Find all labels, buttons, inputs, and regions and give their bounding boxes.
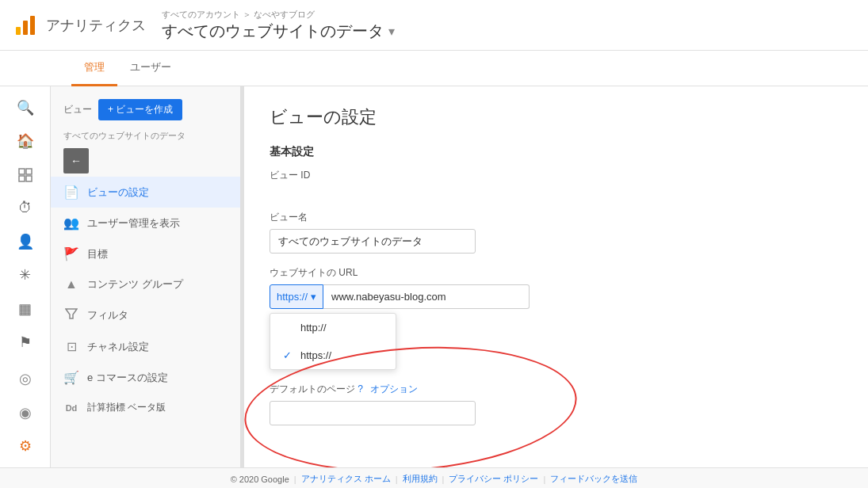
- footer-link-terms[interactable]: 利用規約: [403, 473, 438, 485]
- channel-settings-icon: ⊡: [63, 339, 79, 354]
- nav-item-content-groups[interactable]: ▲ コンテンツ グループ: [51, 269, 240, 299]
- url-field-container: https:// ▾ http:// ✓ https://: [270, 284, 843, 309]
- header-right: すべてのアカウント ＞ なべやすブログ すべてのウェブサイトのデータ ▾: [162, 9, 395, 42]
- svg-marker-7: [66, 309, 77, 318]
- nav-item-channel-settings[interactable]: ⊡ チャネル設定: [51, 331, 240, 362]
- goals-icon: 🚩: [63, 246, 79, 261]
- http-check-icon: [283, 322, 294, 334]
- nav-unknown1[interactable]: ◎: [6, 364, 44, 394]
- default-page-section: デフォルトのページ ? オプション: [270, 383, 843, 425]
- nav-item-content-groups-label: コンテンツ グループ: [87, 277, 183, 292]
- nav-behavior[interactable]: ▦: [6, 294, 44, 324]
- view-name-label: ビュー名: [270, 211, 843, 224]
- svg-rect-5: [19, 176, 25, 181]
- https-check-icon: ✓: [283, 349, 294, 361]
- user-management-icon: 👥: [63, 215, 79, 231]
- tab-user[interactable]: ユーザー: [117, 51, 184, 86]
- page-title: ビューの設定: [270, 105, 843, 129]
- back-button[interactable]: ←: [63, 148, 89, 173]
- svg-rect-3: [19, 169, 25, 174]
- url-input-row: https:// ▾: [270, 284, 843, 309]
- nav-search[interactable]: 🔍: [6, 93, 44, 123]
- basic-settings-heading: 基本設定: [270, 145, 843, 159]
- secondary-nav-header: ビュー + ビューを作成: [51, 96, 240, 127]
- nav-dashboard[interactable]: [6, 160, 44, 190]
- svg-rect-0: [16, 27, 21, 35]
- dashboard-icon: [17, 167, 33, 183]
- ecommerce-icon: 🛒: [63, 370, 79, 385]
- filters-icon: [63, 307, 79, 323]
- section-label: すべてのウェブサイトのデータ: [51, 127, 240, 145]
- protocol-select[interactable]: https:// ▾: [270, 284, 323, 309]
- nav-item-user-management[interactable]: 👥 ユーザー管理を表示: [51, 208, 240, 238]
- tab-admin[interactable]: 管理: [71, 51, 117, 86]
- copyright: © 2020 Google: [231, 475, 289, 484]
- tabs: 管理 ユーザー: [0, 51, 868, 86]
- svg-rect-4: [26, 169, 32, 174]
- nav-home[interactable]: 🏠: [6, 126, 44, 156]
- header-title-text: すべてのウェブサイトのデータ: [162, 21, 384, 42]
- content-groups-icon: ▲: [63, 277, 79, 292]
- website-url-label: ウェブサイトの URL: [270, 266, 843, 280]
- nav-realtime[interactable]: ⏱: [6, 193, 44, 223]
- svg-rect-2: [30, 16, 35, 35]
- view-id-label: ビュー ID: [270, 169, 843, 182]
- view-label: ビュー: [63, 103, 92, 116]
- calculated-metrics-icon: Dd: [63, 403, 79, 413]
- nav-item-calculated-metrics[interactable]: Dd 計算指標 ベータ版: [51, 393, 240, 422]
- footer: © 2020 Google | アナリティクス ホーム | 利用規約 | プライ…: [0, 467, 868, 488]
- protocol-value: https://: [277, 291, 308, 303]
- nav-item-goals[interactable]: 🚩 目標: [51, 238, 240, 269]
- dropdown-item-http[interactable]: http://: [270, 314, 396, 341]
- nav-unknown2[interactable]: ◉: [6, 397, 44, 427]
- default-page-input[interactable]: [270, 401, 476, 425]
- nav-conversions[interactable]: ⚑: [6, 327, 44, 357]
- nav-item-user-management-label: ユーザー管理を表示: [87, 216, 180, 231]
- filter-svg-icon: [65, 307, 78, 320]
- nav-item-view-settings-label: ビューの設定: [87, 185, 149, 200]
- dropdown-item-https[interactable]: ✓ https://: [270, 341, 396, 369]
- nav-item-channel-settings-label: チャネル設定: [87, 340, 149, 354]
- analytics-logo-icon: [13, 13, 38, 38]
- header-title: すべてのウェブサイトのデータ ▾: [162, 21, 395, 42]
- nav-item-filters-label: フィルタ: [87, 308, 128, 322]
- default-page-question-link[interactable]: ?: [358, 383, 363, 395]
- url-input[interactable]: [323, 284, 530, 309]
- nav-admin[interactable]: ⚙: [6, 431, 44, 461]
- nav-acquisition[interactable]: ✳: [6, 260, 44, 290]
- nav-item-ecommerce-label: e コマースの設定: [87, 371, 168, 385]
- logo-area: アナリティクス: [13, 13, 146, 38]
- header: アナリティクス すべてのアカウント ＞ なべやすブログ すべてのウェブサイトのデ…: [0, 0, 868, 51]
- nav-item-goals-label: 目標: [87, 247, 108, 261]
- protocol-dropdown: http:// ✓ https://: [270, 313, 396, 370]
- https-option-label: https://: [300, 349, 331, 361]
- create-view-button[interactable]: + ビューを作成: [98, 99, 182, 120]
- icon-nav: 🔍 🏠 ⏱ 👤 ✳ ▦ ⚑ ◎ ◉ ⚙: [0, 86, 51, 467]
- footer-link-privacy[interactable]: プライバシー ポリシー: [449, 473, 538, 485]
- view-name-input[interactable]: [270, 229, 476, 254]
- secondary-nav: ビュー + ビューを作成 すべてのウェブサイトのデータ ← 📄 ビューの設定 👥…: [51, 86, 241, 467]
- default-page-option-link[interactable]: オプション: [370, 383, 418, 395]
- protocol-chevron-icon: ▾: [311, 291, 316, 303]
- nav-item-filters[interactable]: フィルタ: [51, 299, 240, 331]
- nav-item-calculated-metrics-label: 計算指標 ベータ版: [87, 401, 166, 414]
- footer-link-home[interactable]: アナリティクス ホーム: [301, 473, 391, 485]
- http-option-label: http://: [300, 322, 327, 334]
- svg-rect-1: [23, 21, 28, 35]
- nav-audience[interactable]: 👤: [6, 227, 44, 257]
- footer-link-feedback[interactable]: フィードバックを送信: [550, 473, 637, 485]
- content-area: ビューの設定 基本設定 ビュー ID ビュー名 ウェブサイトの URL http…: [244, 86, 868, 467]
- nav-item-ecommerce[interactable]: 🛒 e コマースの設定: [51, 362, 240, 393]
- nav-item-view-settings[interactable]: 📄 ビューの設定: [51, 177, 240, 208]
- dropdown-arrow-icon[interactable]: ▾: [388, 24, 395, 39]
- view-settings-icon: 📄: [63, 185, 79, 200]
- default-page-label: デフォルトのページ ? オプション: [270, 383, 843, 396]
- view-id-value: [270, 187, 843, 198]
- logo-text: アナリティクス: [46, 16, 146, 35]
- svg-rect-6: [26, 176, 32, 181]
- main-layout: 🔍 🏠 ⏱ 👤 ✳ ▦ ⚑ ◎ ◉ ⚙ ビュー + ビューを作成 すべてのウェブ…: [0, 86, 868, 467]
- breadcrumb: すべてのアカウント ＞ なべやすブログ: [162, 9, 395, 21]
